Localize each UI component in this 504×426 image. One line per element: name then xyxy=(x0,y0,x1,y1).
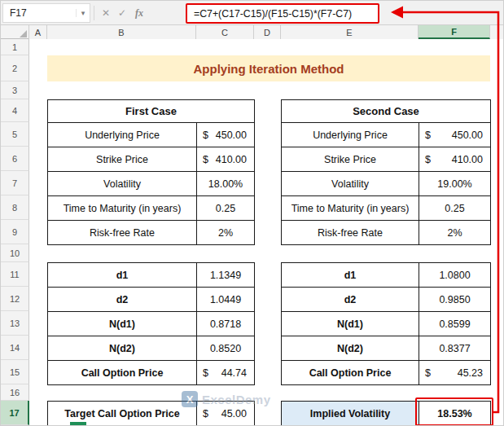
first-case-header-cell[interactable]: First Case xyxy=(48,100,255,123)
currency-symbol: $ xyxy=(425,367,431,379)
column-header-b[interactable]: B xyxy=(47,25,196,39)
currency-symbol: $ xyxy=(203,367,208,379)
target-value-cell[interactable]: $ 45.00 xyxy=(197,402,255,426)
value-cell[interactable]: $ 410.00 xyxy=(197,147,255,172)
worksheet-title[interactable]: Applying Iteration Method xyxy=(47,55,490,81)
row-header-17[interactable]: 17 xyxy=(1,401,29,425)
column-header-overflow xyxy=(490,25,504,39)
label-cell[interactable]: N(d1) xyxy=(48,312,197,336)
cell-value: 410.00 xyxy=(216,154,247,165)
column-header-f[interactable]: F xyxy=(419,25,490,39)
implied-volatility-label-cell[interactable]: Implied Volatility xyxy=(282,402,419,426)
cell-value: 450.00 xyxy=(452,130,483,141)
cell-value: 45.23 xyxy=(458,367,483,379)
currency-symbol: $ xyxy=(425,130,431,141)
value-cell[interactable]: 0.8520 xyxy=(197,336,255,361)
row-header-10[interactable]: 10 xyxy=(1,244,29,262)
row-header-5[interactable]: 5 xyxy=(1,122,29,147)
second-case-header-cell[interactable]: Second Case xyxy=(282,100,491,123)
label-cell[interactable]: Call Option Price xyxy=(282,361,419,385)
column-header-row: A B C D E F xyxy=(1,25,504,39)
formula-text: =C7+(C17-C15)/(F15-C15)*(F7-C7) xyxy=(194,8,352,20)
column-header-c[interactable]: C xyxy=(196,25,254,39)
value-cell[interactable]: 1.1349 xyxy=(197,263,255,288)
value-cell[interactable]: 18.00% xyxy=(197,172,255,196)
row-header-12[interactable]: 12 xyxy=(1,287,29,311)
row-header-8[interactable]: 8 xyxy=(1,195,29,220)
label-cell[interactable]: Strike Price xyxy=(48,147,197,172)
label-cell[interactable]: Call Option Price xyxy=(48,361,197,385)
value-cell[interactable]: $ 450.00 xyxy=(419,123,491,147)
currency-symbol: $ xyxy=(203,130,208,141)
name-box-value: F17 xyxy=(3,7,76,19)
cell-value: 44.74 xyxy=(221,367,247,379)
value-cell[interactable]: 1.0449 xyxy=(197,288,255,312)
label-cell[interactable]: d2 xyxy=(48,288,197,312)
formula-input[interactable]: =C7+(C17-C15)/(F15-C15)*(F7-C7) xyxy=(186,3,379,24)
row-header-14[interactable]: 14 xyxy=(1,336,29,360)
row-header-7[interactable]: 7 xyxy=(1,171,29,195)
currency-symbol: $ xyxy=(203,154,208,165)
label-cell[interactable]: d2 xyxy=(282,288,419,312)
column-header-d[interactable]: D xyxy=(254,25,281,39)
value-cell[interactable]: $ 450.00 xyxy=(197,123,255,147)
excel-window: F17 ▾ ✕ ✓ fx =C7+(C17-C15)/(F15-C15)*(F7… xyxy=(0,0,504,426)
label-cell[interactable]: d1 xyxy=(48,263,197,288)
row-header-16[interactable]: 16 xyxy=(1,384,29,401)
row-header-4[interactable]: 4 xyxy=(1,99,29,122)
value-cell[interactable]: 2% xyxy=(197,221,255,245)
sheet-tab-peek[interactable] xyxy=(70,422,86,426)
cancel-icon[interactable]: ✕ xyxy=(99,3,113,23)
cell-highlight-box xyxy=(415,397,493,426)
first-case-results-table: d1 1.1349 d2 1.0449 N(d1) 0.8718 N(d2) 0… xyxy=(47,262,255,385)
label-cell[interactable]: N(d1) xyxy=(282,312,419,336)
cell-value: 450.00 xyxy=(216,130,247,141)
label-cell[interactable]: Time to Maturity (in years) xyxy=(282,196,419,221)
value-cell[interactable]: 0.9850 xyxy=(419,288,491,312)
row-header-13[interactable]: 13 xyxy=(1,311,29,336)
value-cell[interactable]: 2% xyxy=(419,221,491,245)
chevron-down-icon[interactable]: ▾ xyxy=(76,9,90,17)
first-case-table: First Case Underlying Price $ 450.00 Str… xyxy=(47,99,255,245)
row-header-6[interactable]: 6 xyxy=(1,147,29,171)
row-header-9[interactable]: 9 xyxy=(1,220,29,244)
label-cell[interactable]: Underlying Price xyxy=(48,123,197,147)
label-cell[interactable]: Risk-free Rate xyxy=(48,221,197,245)
value-cell[interactable]: 0.8377 xyxy=(419,336,491,361)
second-case-results-table: d1 1.0800 d2 0.9850 N(d1) 0.8599 N(d2) 0… xyxy=(281,262,491,385)
value-cell[interactable]: 19.00% xyxy=(419,172,491,196)
value-cell[interactable]: 0.25 xyxy=(197,196,255,221)
value-cell[interactable]: 0.25 xyxy=(419,196,491,221)
value-cell[interactable]: $ 44.74 xyxy=(197,361,255,385)
value-cell[interactable]: $ 45.23 xyxy=(419,361,491,385)
value-cell[interactable]: $ 410.00 xyxy=(419,147,491,172)
row-header-3[interactable]: 3 xyxy=(1,81,29,99)
row-header-2[interactable]: 2 xyxy=(1,55,29,81)
formula-bar: F17 ▾ ✕ ✓ fx =C7+(C17-C15)/(F15-C15)*(F7… xyxy=(1,1,504,25)
cell-value: 45.00 xyxy=(221,408,247,419)
row-header-11[interactable]: 11 xyxy=(1,262,29,287)
value-cell[interactable]: 0.8718 xyxy=(197,312,255,336)
select-all-triangle-icon xyxy=(20,30,27,37)
label-cell[interactable]: Underlying Price xyxy=(282,123,419,147)
label-cell[interactable]: Volatility xyxy=(48,172,197,196)
divider xyxy=(94,6,94,20)
label-cell[interactable]: N(d2) xyxy=(48,336,197,361)
enter-icon[interactable]: ✓ xyxy=(115,3,129,23)
label-cell[interactable]: Volatility xyxy=(282,172,419,196)
column-header-e[interactable]: E xyxy=(281,25,419,39)
label-cell[interactable]: Strike Price xyxy=(282,147,419,172)
select-all-button[interactable] xyxy=(1,25,29,39)
row-header-1[interactable]: 1 xyxy=(1,39,29,55)
label-cell[interactable]: Risk-free Rate xyxy=(282,221,419,245)
currency-symbol: $ xyxy=(425,154,431,165)
label-cell[interactable]: d1 xyxy=(282,263,419,288)
label-cell[interactable]: N(d2) xyxy=(282,336,419,361)
value-cell[interactable]: 0.8599 xyxy=(419,312,491,336)
insert-function-icon[interactable]: fx xyxy=(132,3,147,23)
row-header-15[interactable]: 15 xyxy=(1,360,29,384)
name-box[interactable]: F17 ▾ xyxy=(2,3,90,23)
value-cell[interactable]: 1.0800 xyxy=(419,263,491,288)
column-header-a[interactable]: A xyxy=(29,25,47,39)
label-cell[interactable]: Time to Maturity (in years) xyxy=(48,196,197,221)
